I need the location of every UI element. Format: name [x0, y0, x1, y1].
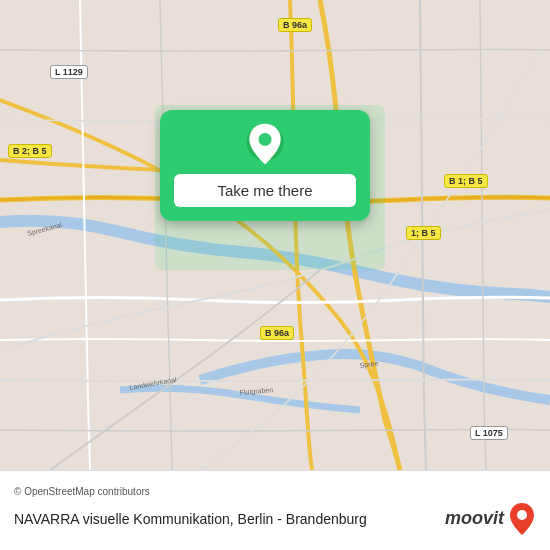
popup-card: Take me there — [160, 110, 370, 221]
svg-point-8 — [517, 510, 527, 520]
location-pin-icon — [241, 120, 289, 168]
road-label-b2b5: B 2; B 5 — [8, 144, 52, 158]
moovit-brand-text: moovit — [445, 508, 504, 529]
road-label-b96a-bottom: B 96a — [260, 326, 294, 340]
bottom-bar: © OpenStreetMap contributors NAVARRA vis… — [0, 470, 550, 550]
road-label-b1b5-far-right: B 1; B 5 — [444, 174, 488, 188]
take-me-there-button[interactable]: Take me there — [174, 174, 356, 207]
road-label-l1075: L 1075 — [470, 426, 508, 440]
svg-point-7 — [259, 133, 272, 146]
moovit-pin-icon — [508, 502, 536, 536]
map-view[interactable]: Spreekanal Landwehrkanal Flutgraben Spre… — [0, 0, 550, 470]
road-label-b96a-top: B 96a — [278, 18, 312, 32]
road-label-l1129: L 1129 — [50, 65, 88, 79]
attribution: © OpenStreetMap contributors — [14, 486, 536, 497]
location-name: NAVARRA visuelle Kommunikation, Berlin -… — [14, 511, 367, 527]
moovit-logo: moovit — [445, 502, 536, 536]
road-label-b1b5-right: 1; B 5 — [406, 226, 441, 240]
